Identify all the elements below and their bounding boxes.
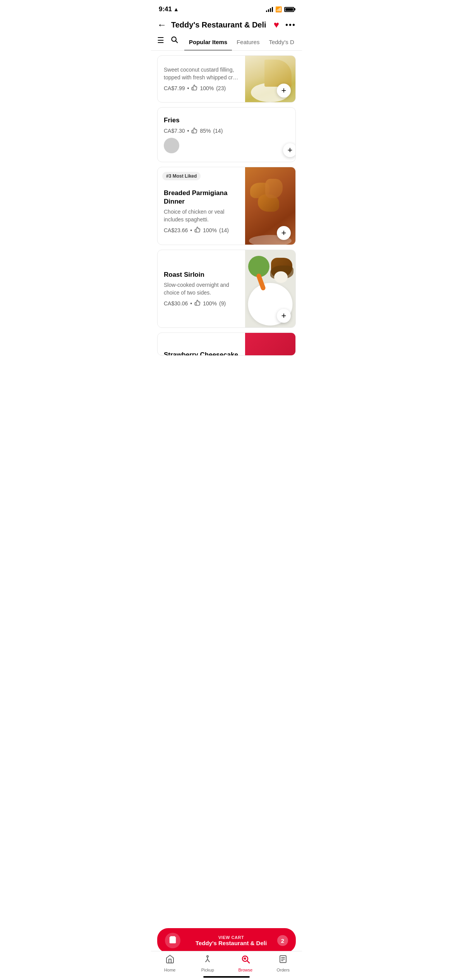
parmigiana-add-button[interactable]: +	[277, 226, 291, 240]
parmigiana-badge: #3 Most Liked	[162, 172, 201, 180]
partial-like-icon	[191, 84, 197, 92]
tab-features[interactable]: Features	[232, 35, 264, 51]
strawberry-item-name: Strawberry Cheesecake	[164, 351, 240, 356]
partial-item-info: Sweet coconut custard filling, topped wi…	[158, 56, 245, 102]
tabs-bar: ☰ Popular Items Features Teddy's D	[151, 35, 302, 51]
header-actions: ♥ •••	[274, 19, 296, 30]
sirloin-item-name: Roast Sirloin	[164, 271, 240, 279]
parmigiana-item-meta: CA$23.66 • 100% (14)	[164, 226, 240, 234]
svg-line-1	[176, 41, 178, 43]
menu-content: Sweet coconut custard filling, topped wi…	[151, 55, 302, 407]
sirloin-item-card: Roast Sirloin Slow-cooked overnight and …	[157, 250, 296, 328]
parmigiana-like-percent: 100%	[203, 227, 217, 233]
partial-add-button[interactable]: +	[277, 84, 291, 98]
more-options-button[interactable]: •••	[285, 21, 296, 29]
wifi-icon: 📶	[275, 6, 282, 12]
search-icon[interactable]	[170, 36, 178, 50]
fries-item-card: Fries CA$7.30 • 85% (14)	[157, 107, 296, 162]
fries-item-meta: CA$7.30 • 85% (14)	[164, 127, 275, 135]
sirloin-item-image: +	[245, 250, 295, 327]
sirloin-add-button[interactable]: +	[277, 309, 291, 323]
parmigiana-like-icon	[194, 226, 201, 234]
parmigiana-item-image: +	[245, 167, 295, 245]
partial-item-description: Sweet coconut custard filling, topped wi…	[164, 66, 240, 81]
parmigiana-item-desc: Choice of chicken or veal includes spagh…	[164, 208, 240, 223]
location-arrow-icon: ▲	[173, 6, 179, 12]
partial-item-meta: CA$7.99 • 100% (23)	[164, 84, 240, 92]
parmigiana-item-card: #3 Most Liked Breaded Parmigiana Dinner …	[157, 167, 296, 245]
parmigiana-badge-wrap: #3 Most Liked	[162, 172, 201, 183]
sirloin-item-meta: CA$30.06 • 100% (9)	[164, 300, 240, 307]
header: ← Teddy's Restaurant & Deli ♥ •••	[151, 16, 302, 35]
sirloin-item-desc: Slow-cooked overnight and choice of two …	[164, 281, 240, 296]
partial-like-percent: 100%	[200, 85, 214, 91]
fries-like-icon	[191, 127, 197, 135]
parmigiana-item-name: Breaded Parmigiana Dinner	[164, 189, 240, 206]
sirloin-price: CA$30.06	[164, 300, 188, 307]
strawberry-item-card: Strawberry Cheesecake	[157, 332, 296, 356]
sirloin-like-percent: 100%	[203, 300, 217, 307]
partial-like-count: (23)	[216, 85, 226, 91]
parmigiana-price: CA$23.66	[164, 227, 188, 233]
fries-item-info: Fries CA$7.30 • 85% (14)	[158, 108, 280, 162]
menu-list-icon[interactable]: ☰	[157, 36, 164, 50]
tab-popular-items[interactable]: Popular Items	[184, 35, 232, 51]
sirloin-like-count: (9)	[219, 300, 226, 307]
fries-image-placeholder	[164, 138, 179, 153]
sirloin-like-icon	[194, 300, 201, 307]
fries-price: CA$7.30	[164, 128, 185, 134]
fries-add-button[interactable]: +	[283, 143, 296, 157]
tab-teddys-d[interactable]: Teddy's D	[264, 35, 299, 51]
battery-icon	[284, 7, 294, 12]
fries-item-name: Fries	[164, 116, 275, 125]
partial-item-image: +	[245, 56, 295, 102]
back-button[interactable]: ←	[157, 19, 166, 30]
parmigiana-like-count: (14)	[219, 227, 229, 233]
signal-icon	[266, 7, 273, 12]
status-bar: 9:41 ▲ 📶	[151, 0, 302, 16]
status-time: 9:41	[159, 5, 172, 13]
strawberry-item-info: Strawberry Cheesecake	[158, 333, 245, 356]
partial-item-dot: •	[187, 85, 189, 91]
header-left: ← Teddy's Restaurant & Deli	[157, 19, 266, 30]
fries-like-percent: 85%	[200, 128, 211, 134]
status-icons: 📶	[266, 6, 294, 12]
strawberry-item-image	[245, 333, 295, 356]
page-title: Teddy's Restaurant & Deli	[171, 21, 266, 29]
favorite-button[interactable]: ♥	[274, 19, 279, 30]
fries-like-count: (14)	[213, 128, 223, 134]
partial-item-card: Sweet coconut custard filling, topped wi…	[157, 55, 296, 103]
partial-item-price: CA$7.99	[164, 85, 185, 91]
sirloin-item-info: Roast Sirloin Slow-cooked overnight and …	[158, 250, 245, 327]
